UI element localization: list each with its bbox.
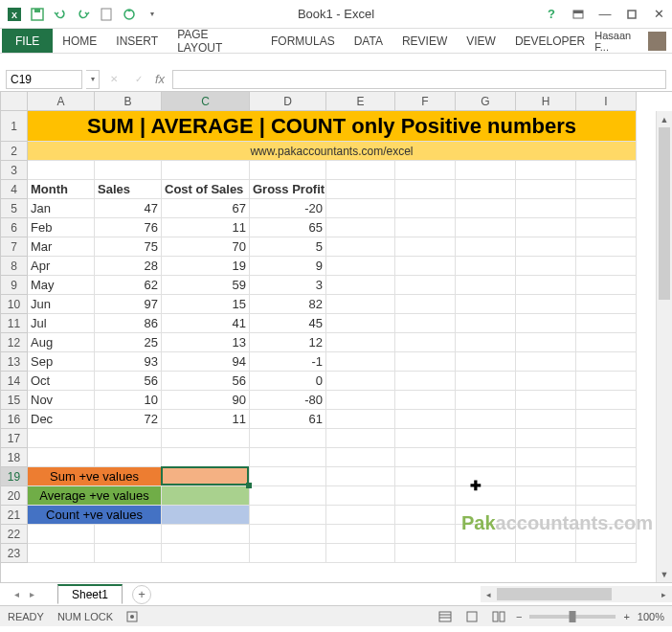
cell-H22[interactable] — [516, 525, 576, 544]
new-icon[interactable] — [96, 4, 117, 25]
hscroll-thumb[interactable] — [497, 588, 612, 600]
cell-E16[interactable] — [326, 410, 395, 429]
row-header-4[interactable]: 4 — [1, 180, 28, 199]
cell-D20[interactable] — [250, 486, 326, 506]
cell-H13[interactable] — [516, 352, 576, 372]
formula-bar[interactable] — [172, 70, 666, 89]
cell-D7[interactable]: 5 — [250, 237, 326, 257]
cell-D15[interactable]: -80 — [250, 391, 326, 410]
enter-formula-icon[interactable]: ✓ — [128, 70, 149, 89]
cell-G12[interactable] — [456, 333, 516, 352]
select-all-corner[interactable] — [1, 92, 28, 111]
cell-A22[interactable] — [28, 525, 95, 544]
row-header-20[interactable]: 20 — [1, 486, 28, 506]
cell-I5[interactable] — [576, 199, 637, 218]
cell-E12[interactable] — [326, 333, 395, 352]
cell-F21[interactable] — [395, 506, 456, 525]
cell-A1[interactable]: SUM | AVERAGE | COUNT only Positive numb… — [28, 111, 637, 142]
save-icon[interactable] — [27, 4, 48, 25]
cell-G16[interactable] — [456, 410, 516, 429]
row-header-14[interactable]: 14 — [1, 372, 28, 391]
cell-E19[interactable] — [326, 467, 395, 486]
row-header-8[interactable]: 8 — [1, 257, 28, 276]
col-header-G[interactable]: G — [456, 92, 516, 111]
tab-insert[interactable]: INSERT — [106, 29, 168, 53]
cell-A10[interactable]: Jun — [28, 295, 95, 314]
cell-D10[interactable]: 82 — [250, 295, 326, 314]
cell-A14[interactable]: Oct — [28, 372, 95, 391]
row-header-11[interactable]: 11 — [1, 314, 28, 333]
cell-E3[interactable] — [326, 161, 395, 180]
cell-C21[interactable] — [162, 506, 250, 525]
cell-F16[interactable] — [395, 410, 456, 429]
cell-G21[interactable] — [456, 506, 516, 525]
cell-H18[interactable] — [516, 448, 576, 467]
cell-E9[interactable] — [326, 276, 395, 295]
cell-B13[interactable]: 93 — [95, 352, 162, 372]
cell-F22[interactable] — [395, 525, 456, 544]
cell-I9[interactable] — [576, 276, 637, 295]
cell-A13[interactable]: Sep — [28, 352, 95, 372]
cell-B10[interactable]: 97 — [95, 295, 162, 314]
sheet-nav-prev[interactable]: ◂ — [10, 589, 23, 599]
cell-I12[interactable] — [576, 333, 637, 352]
cell-H17[interactable] — [516, 429, 576, 448]
cell-H6[interactable] — [516, 218, 576, 237]
refresh-icon[interactable] — [119, 4, 140, 25]
cell-A3[interactable] — [28, 161, 95, 180]
view-page-layout-icon[interactable] — [462, 609, 482, 624]
cell-F18[interactable] — [395, 448, 456, 467]
cell-C15[interactable]: 90 — [162, 391, 250, 410]
cell-B3[interactable] — [95, 161, 162, 180]
cell-E5[interactable] — [326, 199, 395, 218]
cell-E4[interactable] — [326, 180, 395, 199]
cell-B16[interactable]: 72 — [95, 410, 162, 429]
zoom-in-button[interactable]: + — [623, 611, 629, 622]
cell-G22[interactable] — [456, 525, 516, 544]
cell-C7[interactable]: 70 — [162, 237, 250, 257]
cell-G6[interactable] — [456, 218, 516, 237]
cell-H19[interactable] — [516, 467, 576, 486]
cell-F9[interactable] — [395, 276, 456, 295]
cell-C19[interactable] — [162, 467, 250, 486]
cell-D3[interactable] — [250, 161, 326, 180]
cell-G13[interactable] — [456, 352, 516, 372]
cell-E7[interactable] — [326, 237, 395, 257]
cell-C11[interactable]: 41 — [162, 314, 250, 333]
cell-B11[interactable]: 86 — [95, 314, 162, 333]
cell-B12[interactable]: 25 — [95, 333, 162, 352]
fill-handle[interactable] — [246, 483, 252, 488]
cell-A4[interactable]: Month — [28, 180, 95, 199]
undo-icon[interactable] — [50, 4, 71, 25]
cell-D22[interactable] — [250, 525, 326, 544]
row-header-23[interactable]: 23 — [1, 544, 28, 563]
cell-A23[interactable] — [28, 544, 95, 563]
cell-A17[interactable] — [28, 429, 95, 448]
cell-F15[interactable] — [395, 391, 456, 410]
cell-E13[interactable] — [326, 352, 395, 372]
sheet-tab-1[interactable]: Sheet1 — [57, 584, 123, 604]
cell-H7[interactable] — [516, 237, 576, 257]
cell-D9[interactable]: 3 — [250, 276, 326, 295]
cell-B5[interactable]: 47 — [95, 199, 162, 218]
cell-H20[interactable] — [516, 486, 576, 506]
cell-D11[interactable]: 45 — [250, 314, 326, 333]
cell-H9[interactable] — [516, 276, 576, 295]
cell-B8[interactable]: 28 — [95, 257, 162, 276]
qat-customize-icon[interactable]: ▾ — [142, 4, 163, 25]
cell-F19[interactable] — [395, 467, 456, 486]
cell-C18[interactable] — [162, 448, 250, 467]
cell-F17[interactable] — [395, 429, 456, 448]
cell-D8[interactable]: 9 — [250, 257, 326, 276]
cell-F6[interactable] — [395, 218, 456, 237]
tab-review[interactable]: REVIEW — [392, 29, 457, 53]
cell-A18[interactable] — [28, 448, 95, 467]
cell-E23[interactable] — [326, 544, 395, 563]
cell-C10[interactable]: 15 — [162, 295, 250, 314]
cell-I16[interactable] — [576, 410, 637, 429]
col-header-F[interactable]: F — [395, 92, 456, 111]
cell-B14[interactable]: 56 — [95, 372, 162, 391]
hscroll-right[interactable]: ▸ — [656, 590, 672, 599]
cell-C22[interactable] — [162, 525, 250, 544]
row-header-13[interactable]: 13 — [1, 352, 28, 372]
